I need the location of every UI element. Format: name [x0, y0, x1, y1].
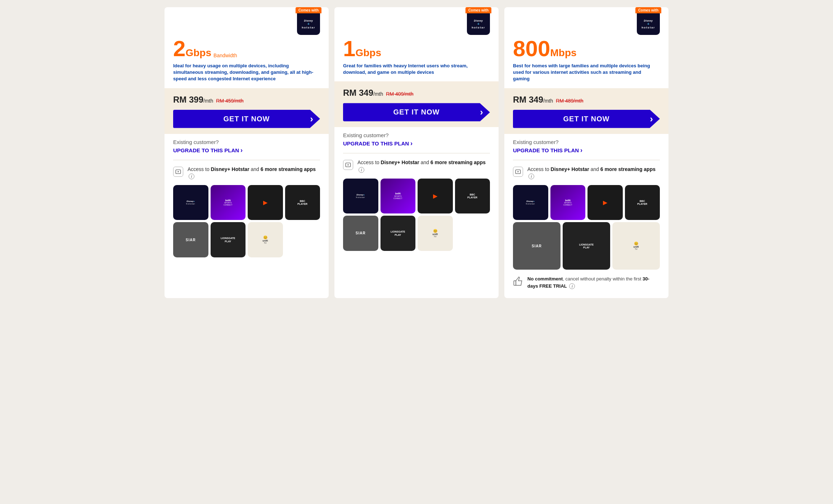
speed-description: Great for families with heavy Internet u… — [343, 63, 490, 76]
existing-customer-section: Existing customer? UPGRADE TO THIS PLAN … — [504, 134, 668, 154]
speed-number: 800 — [513, 37, 550, 60]
streaming-feature-row: Access to Disney+ Hotstar and 6 more str… — [343, 159, 490, 173]
bbc-player-app: BBCPLAYER — [285, 185, 320, 220]
app-icons-grid: Disney+hotstarbeINSPORTSCONNECT▶BBCPLAYE… — [343, 179, 490, 251]
upgrade-arrow-icon: › — [240, 147, 243, 154]
lionsgate-play-app: LIONSGATEPLAY — [381, 216, 416, 251]
button-arrow-icon: › — [480, 107, 483, 118]
streaming-feature-text: Access to Disney+ Hotstar and 6 more str… — [188, 166, 320, 180]
get-it-now-button[interactable]: GET IT NOW › — [513, 110, 660, 128]
disney-hotstar-app: Disney+hotstar — [513, 185, 548, 220]
existing-customer-label: Existing customer? — [343, 132, 490, 138]
speed-number: 2 — [173, 37, 185, 60]
upgrade-label: UPGRADE TO THIS PLAN — [513, 147, 579, 153]
upgrade-arrow-icon: › — [580, 147, 582, 154]
get-it-now-label: GET IT NOW — [563, 115, 610, 123]
streaming-feature-row: Access to Disney+ Hotstar and 6 more str… — [173, 166, 320, 180]
section-divider — [513, 160, 660, 160]
svg-marker-3 — [348, 164, 349, 166]
price-row: RM 349/mth RM 489/mth — [513, 95, 660, 105]
app-icons-grid: Disney+hotstarbeINSPORTSCONNECT▶BBCPLAYE… — [173, 185, 320, 257]
plan-card-plan-1gbps: Comes with Disney + hotstar 1 Gbps Great… — [334, 7, 499, 298]
svg-marker-5 — [518, 171, 519, 172]
get-it-now-label: GET IT NOW — [224, 115, 270, 123]
upgrade-link[interactable]: UPGRADE TO THIS PLAN › — [343, 140, 490, 147]
speed-number: 1 — [343, 37, 355, 60]
existing-customer-label: Existing customer? — [173, 139, 320, 145]
price-row: RM 349/mth RM 409/mth — [343, 88, 490, 98]
get-it-now-label: GET IT NOW — [393, 108, 440, 116]
card-top: Comes with Disney + hotstar 800 Mbps Bes… — [504, 7, 668, 82]
play-icon — [175, 169, 181, 175]
old-price: RM 409/mth — [386, 91, 413, 97]
commitment-info-icon[interactable]: i — [569, 283, 575, 289]
existing-customer-label: Existing customer? — [513, 139, 660, 145]
bein-sports-app: beINSPORTSCONNECT — [550, 185, 586, 220]
upgrade-link[interactable]: UPGRADE TO THIS PLAN › — [513, 147, 660, 154]
old-price: RM 459/mth — [216, 98, 243, 104]
current-price: RM 349/mth — [513, 95, 553, 105]
get-it-now-button[interactable]: GET IT NOW › — [343, 103, 490, 121]
speed-heading: 800 Mbps — [513, 37, 660, 60]
plan-card-plan-800mbps: Comes with Disney + hotstar 800 Mbps Bes… — [504, 7, 668, 298]
price-row: RM 399/mth RM 459/mth — [173, 95, 320, 105]
streaming-info-icon[interactable]: i — [359, 167, 364, 173]
play-icon — [345, 162, 351, 168]
plan-card-plan-2gbps: Comes with Disney + hotstar 2 Gbps Bandw… — [165, 7, 329, 298]
price-section: RM 399/mth RM 459/mth GET IT NOW › — [165, 88, 329, 134]
bein-sports-app: beINSPORTSCONNECT — [381, 179, 416, 214]
streaming-icon — [513, 167, 523, 177]
button-arrow-icon: › — [310, 113, 314, 125]
current-price: RM 399/mth — [173, 95, 213, 105]
get-it-now-button[interactable]: GET IT NOW › — [173, 110, 320, 128]
speed-description: Ideal for heavy usage on multiple device… — [173, 63, 320, 82]
existing-customer-section: Existing customer? UPGRADE TO THIS PLAN … — [334, 127, 499, 147]
speed-description: Best for homes with large families and m… — [513, 63, 660, 82]
old-price: RM 489/mth — [556, 98, 583, 104]
streaming-info-icon[interactable]: i — [189, 174, 194, 179]
upgrade-link[interactable]: UPGRADE TO THIS PLAN › — [173, 147, 320, 154]
price-per: /mth — [543, 98, 553, 104]
bbc-player-app: BBCPLAYER — [455, 179, 490, 214]
unifi-tv-app: 😊unifiTV — [418, 216, 453, 251]
price-section: RM 349/mth RM 489/mth GET IT NOW › — [504, 88, 668, 134]
svg-rect-7 — [514, 281, 516, 285]
comes-with-badge: Comes with — [465, 7, 491, 13]
streaming-feature-text: Access to Disney+ Hotstar and 6 more str… — [527, 166, 660, 180]
speed-heading: 2 Gbps Bandwidth — [173, 37, 320, 60]
spotvnow-app: ▶ — [248, 185, 283, 220]
lionsgate-play-app: LIONSGATEPLAY — [563, 222, 610, 270]
streaming-info-icon[interactable]: i — [528, 174, 534, 179]
section-divider — [343, 153, 490, 153]
bandwidth-label: Bandwidth — [213, 53, 237, 60]
streaming-feature-text: Access to Disney+ Hotstar and 6 more str… — [357, 159, 490, 173]
speed-heading: 1 Gbps — [343, 37, 490, 60]
disney-hotstar-app: Disney+hotstar — [343, 179, 378, 214]
unifi-tv-app: 😊unifiTV — [248, 222, 283, 257]
features-section: Access to Disney+ Hotstar and 6 more str… — [334, 159, 499, 251]
button-arrow-icon: › — [650, 113, 653, 125]
app-icons-grid: Disney+hotstarbeINSPORTSCONNECT▶BBCPLAYE… — [513, 185, 660, 270]
current-price: RM 349/mth — [343, 88, 383, 98]
no-commitment-section: No commitment, cancel without penalty wi… — [513, 275, 660, 289]
spotvnow-app: ▶ — [587, 185, 623, 220]
spotvnow-app: ▶ — [418, 179, 453, 214]
play-icon — [515, 169, 521, 175]
streaming-feature-row: Access to Disney+ Hotstar and 6 more str… — [513, 166, 660, 180]
siar-app: SIAR — [343, 216, 378, 251]
features-section: Access to Disney+ Hotstar and 6 more str… — [504, 166, 668, 290]
bein-sports-app: beINSPORTSCONNECT — [211, 185, 246, 220]
speed-unit: Mbps — [550, 48, 576, 58]
card-top: Comes with Disney + hotstar 1 Gbps Great… — [334, 7, 499, 76]
speed-unit: Gbps — [355, 48, 381, 58]
hotstar-logo-box: Disney + hotstar — [467, 13, 490, 35]
pricing-cards-container: Comes with Disney + hotstar 2 Gbps Bandw… — [165, 7, 668, 298]
card-top: Comes with Disney + hotstar 2 Gbps Bandw… — [165, 7, 329, 82]
bbc-player-app: BBCPLAYER — [625, 185, 660, 220]
upgrade-label: UPGRADE TO THIS PLAN — [343, 140, 409, 147]
features-section: Access to Disney+ Hotstar and 6 more str… — [165, 166, 329, 257]
section-divider — [173, 160, 320, 160]
existing-customer-section: Existing customer? UPGRADE TO THIS PLAN … — [165, 134, 329, 154]
lionsgate-play-app: LIONSGATEPLAY — [211, 222, 246, 257]
streaming-icon — [343, 160, 353, 170]
